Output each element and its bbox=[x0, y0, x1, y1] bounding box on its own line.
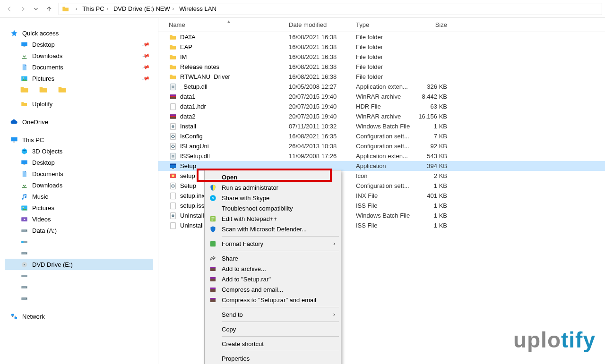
sidebar-item-downloads[interactable]: Downloads 📌 bbox=[5, 50, 153, 61]
file-row[interactable]: _Setup.dll10/05/2008 12:27Application ex… bbox=[158, 82, 605, 92]
sidebar-item-music[interactable]: Music bbox=[5, 191, 153, 202]
folder-icon[interactable] bbox=[39, 85, 49, 95]
file-row[interactable]: data120/07/2015 19:40WinRAR archive8.442… bbox=[158, 92, 605, 102]
ctx-item-properties[interactable]: Properties bbox=[206, 353, 340, 364]
ctx-item-add-setup-rar[interactable]: Add to "Setup.rar" bbox=[206, 274, 340, 284]
star-icon bbox=[10, 29, 18, 37]
svg-text:S: S bbox=[211, 196, 214, 200]
sidebar-item-quick-access[interactable]: Quick access bbox=[5, 27, 153, 39]
file-row[interactable]: Install07/11/2011 10:32Windows Batch Fil… bbox=[158, 121, 605, 131]
toolbar: › This PC› DVD Drive (E:) NEW› Wireless … bbox=[0, 0, 605, 18]
ctx-item-send-to[interactable]: Send to › bbox=[206, 309, 340, 320]
sidebar-item-3d-objects[interactable]: 3D Objects bbox=[5, 145, 153, 157]
ctx-item-compress-setup-rar-email[interactable]: Compress to "Setup.rar" and email bbox=[206, 295, 340, 305]
sidebar-item-desktop[interactable]: Desktop 📌 bbox=[5, 39, 153, 50]
separator bbox=[222, 251, 339, 251]
folder-icon[interactable] bbox=[20, 85, 30, 95]
sidebar-item-videos[interactable]: Videos bbox=[5, 213, 153, 225]
share-icon bbox=[208, 254, 217, 262]
ctx-item-share-skype[interactable]: S Share with Skype bbox=[206, 193, 340, 203]
column-header-name[interactable]: Name ▲ bbox=[169, 21, 289, 28]
column-header-size[interactable]: Size bbox=[414, 21, 457, 28]
file-row[interactable]: IM16/08/2021 16:38File folder bbox=[158, 52, 605, 62]
sidebar-item-dvd-drive[interactable]: DVD Drive (E:) bbox=[5, 259, 153, 270]
ctx-item-add-archive[interactable]: Add to archive... bbox=[206, 263, 340, 274]
breadcrumb-seg[interactable]: Wireless LAN bbox=[179, 5, 216, 12]
sidebar-item-pictures[interactable]: Pictures 📌 bbox=[5, 73, 153, 84]
svg-point-61 bbox=[173, 215, 173, 216]
file-row[interactable]: RTWLANU_Driver16/08/2021 16:38File folde… bbox=[158, 72, 605, 82]
sidebar-item-label: Desktop bbox=[32, 159, 55, 166]
ctx-item-run-as-admin[interactable]: Run as administrator bbox=[206, 182, 340, 193]
file-date: 16/08/2021 16:38 bbox=[289, 53, 356, 60]
folder-icon[interactable] bbox=[58, 85, 68, 95]
svg-rect-68 bbox=[210, 267, 215, 268]
sidebar-item-network[interactable]: Network bbox=[5, 311, 153, 322]
desktop-icon bbox=[20, 158, 28, 167]
submenu-arrow-icon: › bbox=[333, 240, 335, 247]
sidebar-item-documents[interactable]: Documents 📌 bbox=[5, 61, 153, 73]
svg-rect-72 bbox=[210, 288, 215, 289]
address-bar[interactable]: › This PC› DVD Drive (E:) NEW› Wireless … bbox=[59, 3, 602, 15]
winrar-icon bbox=[208, 285, 217, 294]
sidebar-item-this-pc[interactable]: This PC bbox=[5, 134, 153, 145]
nav-forward-button[interactable] bbox=[16, 2, 29, 16]
sidebar-item-desktop-2[interactable]: Desktop bbox=[5, 157, 153, 168]
sidebar-item-drive-generic-3[interactable] bbox=[5, 270, 153, 281]
file-row[interactable]: SetupApplication394 KB bbox=[158, 161, 605, 171]
sidebar-item-onedrive[interactable]: OneDrive bbox=[5, 116, 153, 127]
sidebar-item-pictures-2[interactable]: Pictures bbox=[5, 202, 153, 213]
file-row[interactable]: ISLangUni26/04/2013 10:38Configuration s… bbox=[158, 141, 605, 151]
file-row[interactable]: EAP16/08/2021 16:38File folder bbox=[158, 42, 605, 52]
sidebar-item-drive-generic-4[interactable] bbox=[5, 281, 153, 293]
ctx-item-share[interactable]: Share bbox=[206, 253, 340, 263]
chevron-right-icon[interactable]: › bbox=[73, 6, 79, 11]
file-row[interactable]: data1.hdr20/07/2015 19:40HDR File63 KB bbox=[158, 102, 605, 111]
chevron-right-icon[interactable]: › bbox=[104, 6, 111, 11]
sidebar-item-drive-generic-5[interactable] bbox=[5, 293, 153, 304]
svg-rect-58 bbox=[171, 203, 176, 209]
ctx-item-defender[interactable]: Scan with Microsoft Defender... bbox=[206, 224, 340, 234]
column-header-date[interactable]: Date modified bbox=[289, 21, 356, 28]
ctx-item-open[interactable]: Open bbox=[206, 172, 340, 182]
sidebar-item-uplotify[interactable]: Uplotify bbox=[5, 98, 153, 110]
sidebar-item-label: DVD Drive (E:) bbox=[32, 261, 73, 268]
svg-rect-3 bbox=[22, 58, 26, 58]
chevron-right-icon[interactable]: › bbox=[170, 6, 176, 11]
column-header-type[interactable]: Type bbox=[356, 21, 414, 28]
ctx-item-notepadpp[interactable]: Edit with Notepad++ bbox=[206, 213, 340, 224]
pin-icon: 📌 bbox=[142, 74, 151, 83]
ctx-item-copy[interactable]: Copy bbox=[206, 324, 340, 334]
sidebar-item-drive-generic-1[interactable] bbox=[5, 236, 153, 247]
ctx-item-create-shortcut[interactable]: Create shortcut bbox=[206, 339, 340, 349]
ctx-item-compress-email[interactable]: Compress and email... bbox=[206, 284, 340, 295]
svg-point-19 bbox=[26, 253, 26, 253]
watermark: uplotify bbox=[513, 327, 596, 353]
file-type: Configuration sett... bbox=[356, 182, 414, 189]
breadcrumb-seg[interactable]: This PC bbox=[82, 5, 104, 12]
nav-up-button[interactable] bbox=[43, 2, 56, 16]
ctx-item-troubleshoot[interactable]: Troubleshoot compatibility bbox=[206, 203, 340, 213]
nav-recent-dropdown[interactable] bbox=[29, 2, 43, 16]
file-size: 401 KB bbox=[414, 192, 457, 199]
svg-point-32 bbox=[173, 86, 173, 87]
file-icon bbox=[169, 221, 177, 230]
breadcrumb-seg[interactable]: DVD Drive (E:) NEW bbox=[113, 5, 170, 12]
sidebar-item-documents-2[interactable]: Documents bbox=[5, 168, 153, 179]
network-icon bbox=[10, 312, 18, 321]
sidebar-item-downloads-2[interactable]: Downloads bbox=[5, 179, 153, 191]
svg-rect-62 bbox=[171, 222, 176, 229]
ctx-item-format-factory[interactable]: Format Factory › bbox=[206, 238, 340, 249]
nav-back-button[interactable] bbox=[3, 2, 16, 16]
file-row[interactable]: IsConfig16/08/2021 16:35Configuration se… bbox=[158, 131, 605, 141]
file-row[interactable]: Release notes16/08/2021 16:38File folder bbox=[158, 62, 605, 72]
sidebar-item-data-a[interactable]: Data (A:) bbox=[5, 225, 153, 236]
svg-point-15 bbox=[26, 230, 26, 230]
file-row[interactable]: DATA16/08/2021 16:38File folder bbox=[158, 32, 605, 42]
file-size: 1 KB bbox=[414, 182, 457, 189]
file-row[interactable]: ISSetup.dll11/09/2008 17:26Application e… bbox=[158, 151, 605, 161]
sidebar-item-drive-generic-2[interactable] bbox=[5, 247, 153, 259]
sidebar-item-label: 3D Objects bbox=[32, 148, 62, 155]
file-type: Configuration sett... bbox=[356, 133, 414, 140]
file-row[interactable]: data220/07/2015 19:40WinRAR archive16.15… bbox=[158, 111, 605, 121]
